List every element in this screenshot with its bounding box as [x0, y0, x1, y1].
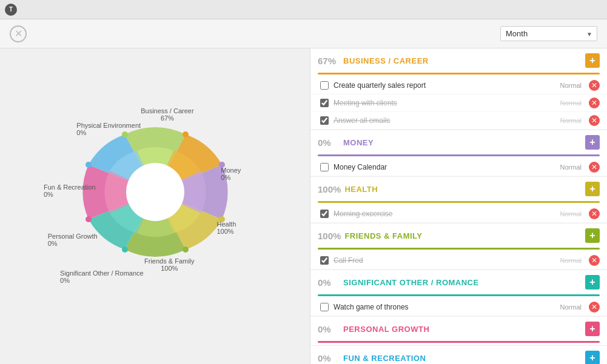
category-line-friends — [318, 248, 600, 250]
category-header-personalgrowth: 0%PERSONAL GROWTH+ — [310, 317, 607, 341]
label-physical: Physical Environment 0% — [76, 122, 141, 136]
category-name-friends: FRIENDS & FAMILY — [344, 231, 582, 240]
task-row-t6: Call FredNormal✕ — [310, 252, 607, 270]
category-pct-significant: 0% — [318, 277, 340, 288]
task-checkbox-t4[interactable] — [320, 163, 329, 171]
category-add-button-personalgrowth[interactable]: + — [585, 322, 600, 336]
task-checkbox-t5[interactable] — [320, 210, 329, 218]
close-project-button[interactable]: ✕ — [10, 25, 30, 42]
category-header-significant: 0%SIGNIFICANT OTHER / ROMANCE+ — [310, 270, 607, 294]
label-friends: Friends & Family 100% — [144, 257, 195, 272]
svg-point-4 — [183, 247, 189, 253]
task-checkbox-t7[interactable] — [320, 303, 329, 311]
category-section-significant: 0%SIGNIFICANT OTHER / ROMANCE+Watch game… — [310, 270, 607, 317]
category-section-personalgrowth: 0%PERSONAL GROWTH+ — [310, 317, 607, 346]
category-pct-business: 67% — [318, 56, 340, 66]
title-bar-left: T — [5, 4, 53, 16]
task-delete-button-t7[interactable]: ✕ — [589, 302, 600, 313]
category-section-business: 67%BUSINESS / CAREER+Create quarterly sa… — [310, 48, 607, 130]
task-priority-t7: Normal — [560, 303, 582, 311]
label-health: Health 100% — [217, 220, 236, 235]
category-add-button-significant[interactable]: + — [585, 275, 600, 290]
svg-point-6 — [86, 216, 92, 222]
category-name-fun: FUN & RECREATION — [343, 354, 582, 363]
category-line-health — [318, 201, 600, 203]
svg-point-7 — [86, 162, 92, 168]
category-pct-fun: 0% — [318, 353, 340, 363]
category-add-button-money[interactable]: + — [585, 135, 600, 150]
close-window-button[interactable] — [585, 4, 602, 16]
task-delete-button-t3[interactable]: ✕ — [589, 115, 600, 126]
task-checkbox-t2[interactable] — [320, 99, 329, 107]
menu-task-organizer[interactable] — [32, 8, 41, 11]
main-layout: Business / Career 67% Money 0% Health 10… — [0, 48, 607, 364]
toolbar: ✕ MonthWeekYear — [0, 19, 607, 48]
task-name-t5: Morning excercise — [334, 210, 555, 218]
svg-point-0 — [126, 163, 184, 221]
maximize-button[interactable] — [567, 4, 584, 16]
category-header-friends: 100%FRIENDS & FAMILY+ — [310, 223, 607, 248]
close-circle-icon: ✕ — [10, 25, 27, 42]
collection-select[interactable]: MonthWeekYear — [500, 26, 597, 41]
task-name-t2: Meeting with clients — [334, 99, 555, 107]
task-delete-button-t4[interactable]: ✕ — [589, 162, 600, 173]
task-row-t7: Watch game of thronesNormal✕ — [310, 299, 607, 316]
right-panel[interactable]: 67%BUSINESS / CAREER+Create quarterly sa… — [310, 48, 607, 364]
category-pct-friends: 100% — [318, 231, 341, 241]
category-header-money: 0%MONEY+ — [310, 130, 607, 154]
task-priority-t6: Normal — [560, 257, 582, 264]
menu-bar — [32, 8, 53, 11]
task-checkbox-t3[interactable] — [320, 116, 329, 125]
task-row-t4: Money CalendarNormal✕ — [310, 159, 607, 176]
label-fun: Fun & Recreation 0% — [44, 184, 96, 198]
task-checkbox-t1[interactable] — [320, 81, 329, 90]
category-name-money: MONEY — [343, 138, 582, 147]
task-name-t4: Money Calendar — [334, 163, 555, 171]
task-priority-t2: Normal — [560, 99, 582, 107]
category-add-button-health[interactable]: + — [585, 182, 600, 196]
wheel-chart: Business / Career 67% Money 0% Health 10… — [52, 101, 258, 307]
task-row-t2: Meeting with clientsNormal✕ — [310, 94, 607, 112]
minimize-button[interactable] — [549, 4, 566, 16]
collection-select-wrapper: MonthWeekYear — [500, 26, 597, 41]
task-name-t6: Call Fred — [334, 256, 555, 265]
app-logo: T — [5, 4, 17, 16]
task-delete-button-t5[interactable]: ✕ — [589, 208, 600, 219]
task-delete-button-t2[interactable]: ✕ — [589, 98, 600, 108]
label-significant: Significant Other / Romance 0% — [60, 270, 144, 284]
category-line-money — [318, 154, 600, 156]
task-delete-button-t1[interactable]: ✕ — [589, 80, 600, 91]
category-name-personalgrowth: PERSONAL GROWTH — [343, 325, 582, 334]
svg-point-5 — [122, 247, 128, 253]
task-row-t1: Create quarterly sales reportNormal✕ — [310, 77, 607, 94]
task-name-t7: Watch game of thrones — [334, 303, 555, 311]
category-name-health: HEALTH — [344, 185, 582, 194]
category-add-button-fun[interactable]: + — [585, 351, 600, 364]
category-section-money: 0%MONEY+Money CalendarNormal✕ — [310, 130, 607, 177]
category-pct-personalgrowth: 0% — [318, 324, 340, 334]
left-panel: Business / Career 67% Money 0% Health 10… — [0, 48, 310, 364]
category-section-health: 100%HEALTH+Morning excerciseNormal✕ — [310, 177, 607, 223]
category-add-button-business[interactable]: + — [585, 53, 600, 68]
label-business: Business / Career 67% — [141, 107, 193, 122]
category-pct-money: 0% — [318, 137, 340, 148]
task-delete-button-t6[interactable]: ✕ — [589, 255, 600, 266]
menu-project[interactable] — [44, 8, 53, 11]
category-header-fun: 0%FUN & RECREATION+ — [310, 346, 607, 364]
task-row-t5: Morning excerciseNormal✕ — [310, 205, 607, 223]
task-name-t3: Answer all emails — [334, 116, 555, 125]
category-header-health: 100%HEALTH+ — [310, 177, 607, 201]
task-name-t1: Create quarterly sales report — [334, 81, 555, 90]
label-personal: Personal Growth 0% — [48, 233, 98, 247]
category-section-friends: 100%FRIENDS & FAMILY+Call FredNormal✕ — [310, 223, 607, 270]
category-add-button-friends[interactable]: + — [585, 228, 600, 243]
label-money: Money 0% — [221, 167, 241, 181]
x-icon: ✕ — [15, 28, 22, 39]
title-bar: T — [0, 0, 607, 19]
category-line-significant — [318, 294, 600, 296]
svg-point-1 — [183, 131, 189, 137]
category-name-significant: SIGNIFICANT OTHER / ROMANCE — [343, 278, 582, 287]
title-bar-right — [549, 4, 602, 16]
category-line-business — [318, 73, 600, 74]
task-checkbox-t6[interactable] — [320, 256, 329, 265]
